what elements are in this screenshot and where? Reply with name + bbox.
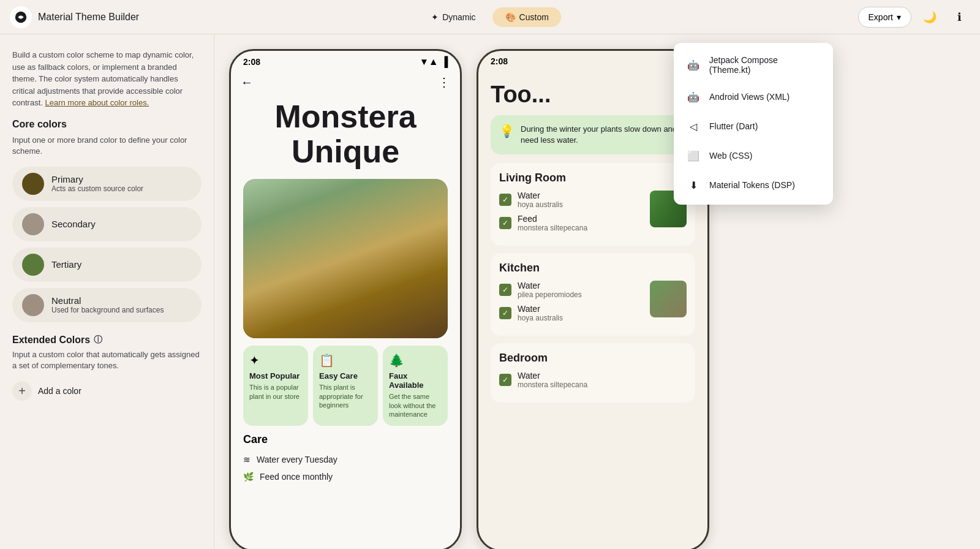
- sidebar-description: Build a custom color scheme to map dynam…: [12, 49, 202, 109]
- primary-color-info: Primary Acts as custom source color: [51, 174, 143, 193]
- checkbox-3[interactable]: ✓: [499, 284, 511, 296]
- room-living-room: Living Room ✓ Water hoya australis: [491, 163, 695, 246]
- kitchen-item-1: ✓ Water pilea peperomiodes: [499, 281, 650, 299]
- secondary-color-info: Secondary: [51, 219, 96, 229]
- room-bedroom: Bedroom ✓ Water monstera siltepecana: [491, 343, 695, 403]
- extended-colors-title: Extended Colors ⓘ: [12, 335, 202, 346]
- care-title: Care: [243, 433, 448, 446]
- status-icons-1: ▾ ▲ ▐: [421, 56, 448, 67]
- dropdown-item-web-css[interactable]: ⬜ Web (CSS): [674, 141, 833, 170]
- leaf-icon: 🌿: [243, 472, 254, 482]
- dropdown-item-android-views[interactable]: 🤖 Android Views (XML): [674, 82, 833, 112]
- primary-color-name: Primary: [51, 174, 143, 184]
- download-icon: ⬇: [686, 178, 701, 192]
- faux-desc: Get the same look without the maintenanc…: [389, 392, 442, 418]
- faux-title: Faux Available: [389, 371, 442, 390]
- primary-color-chip[interactable]: Primary Acts as custom source color: [12, 167, 202, 201]
- checkbox-5[interactable]: ✓: [499, 374, 511, 386]
- bedroom-item-1: ✓ Water monstera siltepecana: [499, 371, 687, 389]
- add-color-button[interactable]: + Add a color: [12, 381, 81, 401]
- phone2-content: Too... 💡 During the winter your plants s…: [478, 72, 707, 420]
- care-item-water: ≋ Water every Tuesday: [243, 451, 448, 468]
- dynamic-button[interactable]: ✦ Dynamic: [419, 7, 488, 27]
- time-2: 2:08: [491, 56, 508, 66]
- easy-care-icon: 📋: [319, 353, 372, 368]
- phone2-title: Too...: [491, 81, 695, 108]
- tertiary-color-info: Tertiary: [51, 259, 81, 270]
- dropdown-item-material-tokens[interactable]: ⬇ Material Tokens (DSP): [674, 170, 833, 200]
- app-logo: [10, 6, 32, 28]
- primary-color-desc: Acts as custom source color: [51, 184, 143, 193]
- mode-switcher: ✦ Dynamic 🎨 Custom: [419, 7, 561, 27]
- content-area: 2:08 ▾ ▲ ▐ ← ⋮ Monstera Unique: [214, 34, 980, 549]
- tip-card: 💡 During the winter your plants slow dow…: [491, 115, 695, 154]
- wifi-icon: ▾: [421, 56, 426, 67]
- secondary-color-dot: [22, 213, 44, 235]
- secondary-color-name: Secondary: [51, 219, 96, 229]
- neutral-color-chip[interactable]: Neutral Used for background and surfaces: [12, 288, 202, 322]
- easy-care-title: Easy Care: [319, 371, 372, 381]
- faux-icon: 🌲: [389, 353, 442, 368]
- more-button[interactable]: ⋮: [438, 75, 450, 89]
- kitchen-item-2: ✓ Water hoya australis: [499, 304, 650, 322]
- neutral-color-name: Neutral: [51, 295, 164, 306]
- tip-text: During the winter your plants slow down …: [521, 124, 687, 146]
- bedroom-title: Bedroom: [499, 352, 687, 365]
- core-colors-title: Core colors: [12, 119, 202, 130]
- custom-button[interactable]: 🎨 Custom: [493, 7, 561, 27]
- living-room-item-2: ✓ Feed monstera siltepecana: [499, 214, 650, 232]
- tip-icon: 💡: [499, 124, 514, 138]
- checkbox-4[interactable]: ✓: [499, 307, 511, 319]
- status-bar-2: 2:08 ▐: [478, 51, 707, 72]
- dark-mode-button[interactable]: 🌙: [919, 6, 941, 28]
- tertiary-color-name: Tertiary: [51, 259, 81, 270]
- phone-content-1: Monstera Unique ✦ Most Popular This is a…: [231, 99, 460, 485]
- flutter-icon: ◁: [686, 119, 701, 134]
- tertiary-color-dot: [22, 254, 44, 276]
- popular-desc: This is a popular plant in our store: [249, 383, 302, 401]
- extended-colors-subtitle: Input a custom color that automatically …: [12, 349, 202, 371]
- feature-card-popular: ✦ Most Popular This is a popular plant i…: [243, 346, 308, 426]
- learn-more-link[interactable]: Learn more about color roles.: [45, 98, 149, 107]
- core-colors-subtitle: Input one or more brand color to define …: [12, 135, 202, 157]
- info-button[interactable]: ℹ: [948, 6, 970, 28]
- add-icon: +: [12, 381, 32, 401]
- checkbox-2[interactable]: ✓: [499, 217, 511, 229]
- tertiary-color-chip[interactable]: Tertiary: [12, 248, 202, 282]
- neutral-color-info: Neutral Used for background and surfaces: [51, 295, 164, 314]
- care-item-feed: 🌿 Feed once monthly: [243, 468, 448, 485]
- main-layout: Build a custom color scheme to map dynam…: [0, 0, 980, 549]
- dropdown-item-flutter[interactable]: ◁ Flutter (Dart): [674, 112, 833, 141]
- secondary-color-chip[interactable]: Secondary: [12, 207, 202, 241]
- back-button[interactable]: ←: [241, 75, 253, 89]
- android-icon-2: 🤖: [686, 89, 701, 104]
- plant-image-inner: [243, 179, 448, 338]
- kitchen-plant-img: [650, 281, 687, 317]
- neutral-color-dot: [22, 294, 44, 316]
- dropdown-item-jetpack[interactable]: 🤖 Jetpack Compose (Theme.kt): [674, 48, 833, 82]
- living-room-title: Living Room: [499, 172, 687, 184]
- web-icon: ⬜: [686, 148, 701, 163]
- care-section: Care ≋ Water every Tuesday 🌿 Feed once m…: [243, 433, 448, 485]
- info-circle-icon: ⓘ: [94, 335, 102, 346]
- feature-card-easy-care: 📋 Easy Care This plant is appropriate fo…: [313, 346, 378, 426]
- primary-color-dot: [22, 173, 44, 195]
- export-button[interactable]: Export ▾: [858, 7, 911, 28]
- palette-icon: 🎨: [505, 12, 516, 22]
- checkbox-1[interactable]: ✓: [499, 194, 511, 206]
- dark-mode-icon: 🌙: [923, 10, 937, 24]
- chevron-down-icon: ▾: [897, 12, 901, 22]
- status-bar-1: 2:08 ▾ ▲ ▐: [231, 51, 460, 72]
- room-kitchen: Kitchen ✓ Water pilea peperomiodes: [491, 253, 695, 336]
- living-room-item-1: ✓ Water hoya australis: [499, 191, 650, 209]
- header: Material Theme Builder ✦ Dynamic 🎨 Custo…: [0, 0, 980, 34]
- export-dropdown-menu: 🤖 Jetpack Compose (Theme.kt) 🤖 Android V…: [674, 43, 833, 205]
- easy-care-desc: This plant is appropriate for beginners: [319, 383, 372, 409]
- time-1: 2:08: [243, 57, 260, 67]
- plant-image: [243, 179, 448, 338]
- phone-mockup-1: 2:08 ▾ ▲ ▐ ← ⋮ Monstera Unique: [229, 49, 462, 549]
- header-actions: Export ▾ 🌙 ℹ: [858, 6, 970, 28]
- export-label: Export: [869, 12, 893, 22]
- neutral-color-desc: Used for background and surfaces: [51, 306, 164, 314]
- kitchen-title: Kitchen: [499, 262, 687, 274]
